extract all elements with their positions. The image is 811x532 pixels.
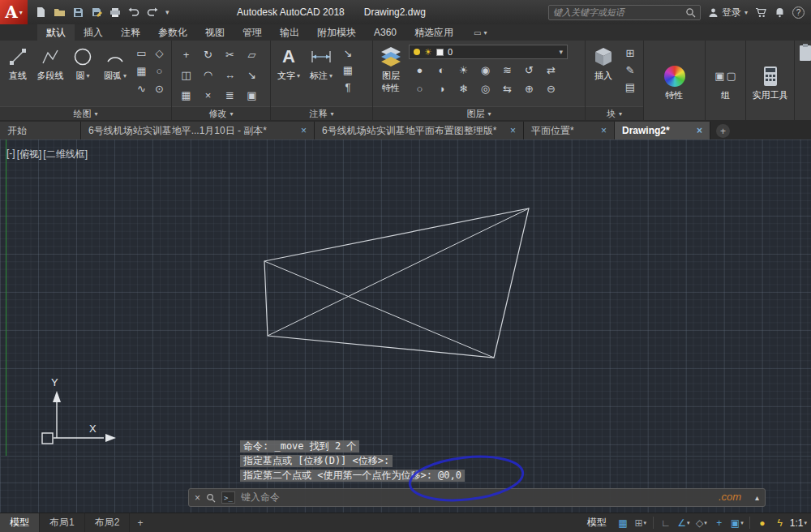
layer-unlock-icon[interactable]: ◎ [474, 81, 496, 97]
help-search-input[interactable]: 键入关键字或短语 [548, 5, 701, 20]
layer-merge-icon[interactable]: ⊕ [518, 81, 540, 97]
viewport-control-menu[interactable]: [-] [6, 148, 15, 161]
close-tab-icon[interactable]: × [697, 125, 702, 136]
layer-properties-button[interactable]: 图层 特性 [376, 43, 406, 93]
arc-tool-button[interactable]: 圆弧▾ [101, 43, 130, 82]
qat-customize-caret-icon[interactable]: ▾ [163, 8, 172, 16]
osnap-toggle[interactable]: ▣▾ [729, 515, 745, 531]
scale-icon[interactable]: ↘ [241, 65, 263, 85]
insert-block-button[interactable]: 插入 [589, 43, 618, 82]
annotation-visibility-toggle[interactable]: ● [754, 515, 770, 531]
app-menu-button[interactable]: A ▾ [0, 0, 28, 24]
ungroup-icon[interactable]: ▢ [727, 70, 736, 82]
save-button[interactable] [70, 4, 86, 20]
layer-delete-icon[interactable]: ⊖ [540, 81, 562, 97]
mirror-icon[interactable]: ◫ [175, 65, 197, 85]
stretch-icon[interactable]: ↔ [219, 65, 241, 85]
ribbon-tab-home[interactable]: 默认 [37, 24, 75, 41]
ribbon-tab-view[interactable]: 视图 [196, 24, 234, 41]
block-panel-title[interactable]: 块 ▾ [586, 106, 643, 120]
layer-dropdown[interactable]: ☀ 0 ▾ [409, 45, 568, 59]
create-block-icon[interactable]: ⊞ [621, 45, 639, 62]
layer-unisolate-icon[interactable]: ◑ [431, 81, 453, 97]
close-tab-icon[interactable]: × [510, 125, 516, 136]
isodraft-toggle[interactable]: ◇▾ [693, 515, 710, 531]
modify-panel-title[interactable]: 修改 ▾ [172, 106, 270, 120]
viewport-visual-style-control[interactable]: [二维线框] [43, 148, 88, 161]
dimension-tool-button[interactable]: 标注▾ [307, 43, 336, 82]
ribbon-tab-manage[interactable]: 管理 [234, 24, 271, 41]
command-close-icon[interactable]: × [195, 492, 200, 504]
ortho-toggle[interactable]: ∟ [658, 515, 674, 531]
snap-toggle[interactable]: ⊞▾ [633, 515, 649, 531]
edit-block-icon[interactable]: ✎ [621, 62, 639, 79]
file-tab-start[interactable]: 开始 [0, 122, 81, 139]
hatch-tool-icon[interactable]: ▦ [133, 62, 150, 79]
polyline-tool-button[interactable]: 多段线 [36, 43, 65, 82]
layer-walk-icon[interactable]: ⇄ [540, 62, 562, 78]
annotation-scale-button[interactable]: 1:1▾ [790, 515, 807, 531]
command-line-bar[interactable]: × >_ 键入命令 ▴ [188, 488, 766, 507]
app-store-cart-icon[interactable] [755, 7, 767, 18]
layer-change-icon[interactable]: ⇆ [496, 81, 518, 97]
array-icon[interactable]: ▦ [175, 85, 197, 105]
fillet-icon[interactable]: ◠ [197, 65, 219, 85]
file-tab-drawing-2[interactable]: 6号线机场站实训基地平面布置图整理版* × [315, 122, 524, 139]
command-search-icon[interactable] [206, 493, 216, 503]
layers-panel-title[interactable]: 图层 ▾ [373, 106, 585, 120]
move-icon[interactable]: + [175, 45, 197, 65]
redo-button[interactable] [144, 4, 161, 20]
layer-on-bulb-icon[interactable] [414, 49, 420, 55]
help-icon[interactable]: ? [792, 6, 805, 19]
point-tool-icon[interactable]: ⊙ [151, 80, 168, 97]
layer-on-icon[interactable]: ○ [409, 81, 431, 97]
ribbon-tab-addins[interactable]: 附加模块 [308, 24, 365, 41]
text-style-icon[interactable]: ¶ [339, 79, 357, 96]
annotation-panel-title[interactable]: 注释 ▾ [271, 106, 372, 120]
erase-icon[interactable]: × [197, 85, 219, 105]
file-tab-drawing-1[interactable]: 6号线机场站实训基地平...1月10日 - 副本* × [81, 122, 315, 139]
table-icon[interactable]: ▦ [339, 62, 357, 79]
layer-off-icon[interactable]: ● [409, 62, 431, 78]
explode-icon[interactable]: ▣ [241, 85, 263, 105]
properties-button[interactable]: 特性 [660, 62, 689, 101]
group-icon[interactable]: ▣ [714, 70, 724, 82]
close-tab-icon[interactable]: × [601, 125, 607, 136]
line-tool-button[interactable]: 直线 [3, 43, 32, 82]
drawing-canvas[interactable]: [-] [俯视] [二维线框] Y X 命令: _move 找到 2 个 指定基… [0, 139, 811, 532]
close-tab-icon[interactable]: × [301, 125, 307, 136]
group-button[interactable]: ▣▢ 组 [711, 62, 740, 101]
layer-thaw-sun-icon[interactable]: ☀ [424, 47, 432, 58]
layout-tab-model[interactable]: 模型 [0, 513, 40, 532]
layout-tab-layout1[interactable]: 布局1 [40, 513, 85, 532]
polar-tracking-toggle[interactable]: ∠▾ [676, 515, 692, 531]
sign-in-button[interactable]: 登录 ▾ [708, 6, 748, 19]
ribbon-tab-a360[interactable]: A360 [365, 24, 406, 41]
layer-lock-icon[interactable]: ◉ [474, 62, 496, 78]
ribbon-tab-featured-apps[interactable]: 精选应用 [406, 24, 462, 41]
new-layout-button[interactable]: + [137, 517, 143, 529]
ribbon-tab-parametric[interactable]: 参数化 [149, 24, 196, 41]
ucs-icon[interactable] [42, 391, 116, 444]
viewport-view-control[interactable]: [俯视] [17, 148, 42, 161]
copy-icon[interactable]: ▱ [241, 45, 263, 65]
ribbon-tab-output[interactable]: 输出 [271, 24, 308, 41]
command-scroll-up-icon[interactable]: ▴ [755, 493, 759, 502]
file-tab-drawing-3[interactable]: 平面位置* × [524, 122, 615, 139]
ribbon-minimize-button[interactable]: ▭ ▾ [469, 24, 491, 41]
layer-dropdown-caret-icon[interactable]: ▾ [559, 48, 563, 56]
text-tool-button[interactable]: A 文字▾ [274, 43, 303, 82]
notification-bell-icon[interactable] [775, 7, 785, 18]
spline-tool-icon[interactable]: ∿ [133, 80, 150, 97]
open-file-button[interactable] [51, 4, 67, 20]
layer-previous-icon[interactable]: ↺ [518, 62, 540, 78]
leader-icon[interactable]: ↘ [339, 45, 357, 62]
rotate-icon[interactable]: ↻ [197, 45, 219, 65]
plot-button[interactable] [107, 4, 123, 20]
model-paper-toggle[interactable]: 模型 [581, 516, 613, 530]
rectangle-tool-icon[interactable]: ▭ [133, 45, 150, 62]
layer-thaw-icon[interactable]: ❄ [453, 81, 474, 97]
annotation-autoscale-toggle[interactable]: ϟ [772, 515, 788, 531]
layer-color-swatch[interactable] [436, 49, 444, 56]
file-tab-drawing2-active[interactable]: Drawing2* × [615, 122, 710, 139]
